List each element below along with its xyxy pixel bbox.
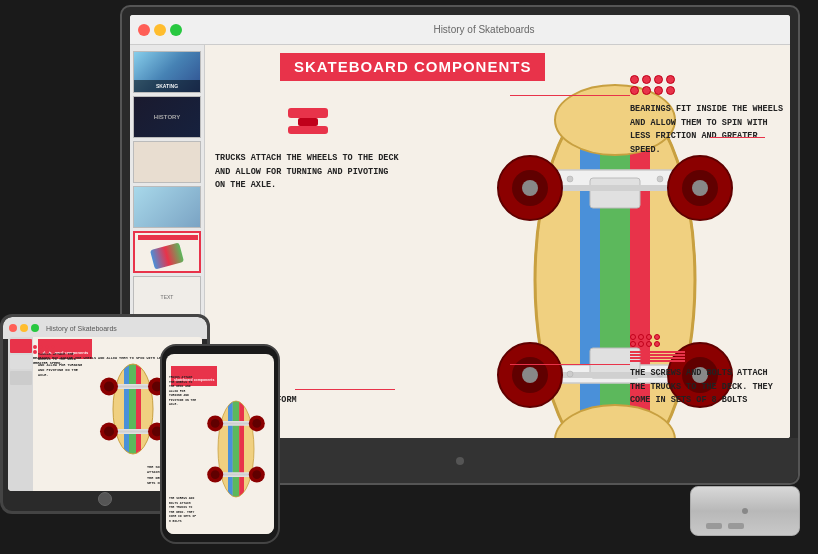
ipad-close[interactable]	[9, 324, 17, 332]
ipad-thumb-active[interactable]	[10, 339, 32, 353]
svg-point-27	[657, 176, 663, 182]
thumb-4[interactable]	[133, 186, 201, 228]
svg-point-42	[104, 382, 114, 392]
mac-mini-ports	[706, 523, 744, 529]
svg-point-68	[252, 470, 261, 479]
svg-point-60	[211, 419, 220, 428]
slide-title-bar: History of Skateboards	[433, 24, 534, 35]
svg-point-66	[211, 470, 220, 479]
svg-rect-52	[228, 401, 233, 497]
screw-dot-3	[646, 334, 652, 340]
bearing-dot-8	[666, 86, 675, 95]
screw-dot-6	[638, 341, 644, 347]
bearings-section: BEARINGS FIT INSIDE THE WHEELS AND ALLOW…	[630, 75, 785, 157]
main-slide: skateboard components	[205, 45, 790, 438]
svg-point-16	[692, 180, 708, 196]
bearing-dot-6	[642, 86, 651, 95]
mac-mini	[690, 486, 800, 536]
ipad-max[interactable]	[31, 324, 39, 332]
ipad-toolbar[interactable]: History of Skateboards	[3, 317, 207, 339]
ipad-dot-6	[39, 350, 43, 354]
trucks-section: TRUCKS ATTACH THE WHEELS TO THE DECK AND…	[215, 100, 400, 193]
bearings-dots-row2	[630, 86, 785, 95]
monitor-camera	[456, 457, 464, 465]
bearing-dot-2	[642, 75, 651, 84]
maximize-button[interactable]	[170, 24, 182, 36]
slide-title-text: skateboard components	[294, 58, 531, 75]
thumb-1[interactable]: SKATING	[133, 51, 201, 93]
bearing-dot-7	[654, 86, 663, 95]
iphone-notch	[205, 346, 235, 354]
deck-annotation-line	[295, 389, 395, 390]
screws-section: THE SCREWS AND BOLTS ATTACH THE TRUCKS T…	[630, 334, 785, 408]
minimize-button[interactable]	[154, 24, 166, 36]
mac-mini-port-1	[706, 523, 722, 529]
bearing-dot-5	[630, 86, 639, 95]
ipad-dot-7	[45, 350, 49, 354]
close-button[interactable]	[138, 24, 150, 36]
bearings-description: BEARINGS FIT INSIDE THE WHEELS AND ALLOW…	[630, 103, 785, 157]
ipad-min[interactable]	[20, 324, 28, 332]
thumb-6[interactable]: TEXT	[133, 276, 201, 318]
bearing-dot-3	[654, 75, 663, 84]
svg-point-28	[567, 371, 573, 377]
svg-rect-36	[136, 364, 141, 454]
app-toolbar: History of Skateboards	[130, 15, 790, 45]
svg-point-62	[252, 419, 261, 428]
svg-point-22	[522, 367, 538, 383]
mac-mini-indicator	[742, 508, 748, 514]
screw-line-4	[630, 360, 685, 362]
ipad-dot-8	[51, 350, 55, 354]
svg-rect-53	[233, 401, 239, 497]
iphone-screws-desc: THE SCREWS AND BOLTS ATTACH THE TRUCKS T…	[169, 497, 197, 524]
screw-dot-2	[638, 334, 644, 340]
slide-title-banner: skateboard components	[280, 53, 545, 81]
thumb-5-active[interactable]	[133, 231, 201, 273]
screws-dots-row1	[630, 334, 785, 340]
bearing-dot-1	[630, 75, 639, 84]
iphone-slide-content: skateboard components	[166, 364, 274, 534]
ipad-dot-5	[33, 350, 37, 354]
ipad-app-label: History of Skateboards	[46, 325, 117, 332]
svg-rect-35	[129, 364, 136, 454]
ipad-thumb-strip	[8, 337, 33, 491]
screw-dot-5	[630, 341, 636, 347]
iphone-screws-text: THE SCREWS AND BOLTS ATTACH THE TRUCKS T…	[169, 497, 197, 524]
svg-rect-30	[288, 108, 328, 118]
ipad-dot-4	[51, 345, 55, 349]
svg-rect-34	[124, 364, 129, 454]
iphone-skateboard-area	[196, 374, 269, 529]
inside-line	[710, 137, 765, 138]
screw-line-3	[630, 357, 685, 359]
ipad-thumb-2[interactable]	[10, 355, 32, 369]
screw-lines	[630, 351, 785, 362]
svg-rect-32	[288, 126, 328, 134]
screws-annotation-line	[510, 364, 630, 365]
svg-rect-31	[298, 118, 318, 126]
ipad-dot-3	[45, 345, 49, 349]
screw-dot-8	[654, 341, 660, 347]
bearings-dots-row1	[630, 75, 785, 84]
screw-dot-4	[654, 334, 660, 340]
screw-dot-1	[630, 334, 636, 340]
svg-point-48	[104, 427, 114, 437]
svg-point-26	[567, 176, 573, 182]
screw-dot-7	[646, 341, 652, 347]
iphone-trucks-desc: TRUCKS ATTACH THE WHEELS TO THE DECK AND…	[169, 376, 197, 408]
ipad-dot-2	[39, 345, 43, 349]
ipad-dot-1	[33, 345, 37, 349]
iphone-skate-svg	[196, 374, 269, 524]
bearings-annotation-line	[510, 95, 630, 96]
screw-line-2	[630, 354, 685, 356]
truck-icon	[215, 100, 400, 144]
bearing-dot-4	[666, 75, 675, 84]
ipad-home-button[interactable]	[98, 492, 112, 506]
screws-dots-row2	[630, 341, 785, 347]
svg-rect-9	[590, 178, 640, 208]
trucks-description: TRUCKS ATTACH THE WHEELS TO THE DECK AND…	[215, 152, 400, 193]
thumb-3[interactable]	[133, 141, 201, 183]
mac-mini-port-2	[728, 523, 744, 529]
screw-line-1	[630, 351, 685, 353]
thumb-2[interactable]: HISTORY	[133, 96, 201, 138]
ipad-thumb-3[interactable]	[10, 371, 32, 385]
